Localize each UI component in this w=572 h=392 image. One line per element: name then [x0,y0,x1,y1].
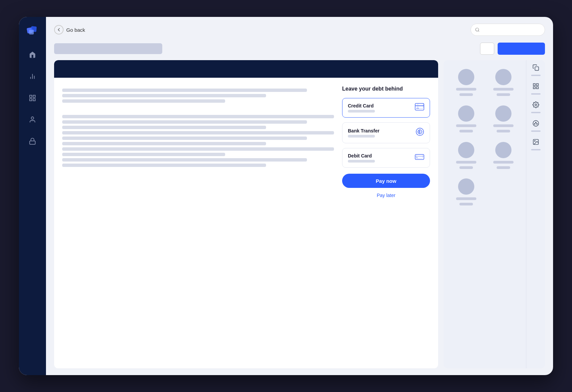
payment-title: Leave your debt behind [342,86,430,92]
grid-cell [485,137,522,174]
breadcrumb-bar [54,43,162,54]
content-row: Leave your debt behind Credit Card [54,60,545,368]
sidebar-logo [26,24,39,39]
avatar-sub-line [459,93,473,96]
image-icon-btn[interactable] [531,139,541,150]
search-bar[interactable] [471,24,545,36]
skeleton-line [62,164,266,167]
main-card-header [54,60,438,78]
avatar-sub-line [497,130,510,132]
right-sidebar-icons [526,60,545,368]
settings-icon [532,101,539,110]
svg-rect-17 [415,105,424,106]
svg-point-34 [535,122,536,123]
sidebar-item-security[interactable] [27,136,38,147]
svg-point-10 [31,117,33,119]
bank-transfer-sub [348,135,375,138]
credit-card-left: Credit Card [348,103,375,113]
credit-card-option[interactable]: Credit Card [342,98,430,118]
svg-rect-8 [30,99,32,101]
sidebar-item-dashboard[interactable] [27,93,38,103]
search-input[interactable] [482,27,541,32]
debit-card-option[interactable]: Debit Card [342,148,430,168]
avatar [458,69,474,85]
avatar-name-line [456,124,476,127]
palette-icon [532,120,539,128]
skeleton-line [62,94,266,97]
avatar-name-line [493,161,514,164]
skeleton-line [62,89,307,92]
skeleton-line [62,137,307,140]
payment-panel: Leave your debt behind Credit Card [342,86,430,352]
pay-later-link[interactable]: Pay later [342,193,430,198]
sidebar-item-analytics[interactable] [27,71,38,82]
svg-rect-14 [415,103,424,110]
svg-rect-24 [416,157,418,158]
svg-text:$: $ [419,130,421,134]
grid-cell [485,64,522,101]
grid-cell [448,137,485,174]
image-icon [532,139,539,147]
avatar-sub-line [497,166,510,169]
sidebar-item-home[interactable] [27,49,38,60]
sidebar-item-users[interactable] [27,114,38,125]
debit-card-icon [415,153,424,163]
svg-rect-9 [33,99,35,101]
avatar-name-line [493,124,514,127]
right-panel [444,60,545,368]
go-back-button[interactable]: Go back [54,25,85,34]
avatar [458,105,474,122]
settings-icon-btn[interactable] [531,101,541,113]
svg-rect-26 [535,67,539,71]
skeleton-line [62,126,266,129]
avatar-name-line [493,88,514,91]
primary-action-button[interactable] [498,43,545,55]
pay-now-button[interactable]: Pay now [342,174,430,188]
debit-card-sub [348,160,375,163]
grid-cell [448,101,485,137]
credit-card-label: Credit Card [348,103,375,108]
avatar [495,105,511,122]
toolbar-buttons [480,43,545,55]
svg-point-32 [533,121,539,126]
copy-icon-btn[interactable] [531,64,541,76]
skeleton-line [62,120,307,124]
secondary-action-button[interactable] [480,43,494,55]
svg-rect-29 [533,87,535,89]
avatar-sub-line [459,166,473,169]
grid-cell [485,101,522,137]
svg-rect-7 [33,95,35,97]
svg-rect-11 [30,141,35,144]
avatar-sub-line [459,130,473,132]
svg-point-37 [534,141,535,142]
bank-transfer-icon: $ [415,127,424,138]
svg-line-13 [478,31,479,32]
avatar-sub-line [497,93,510,96]
bank-transfer-left: Bank Transfer [348,128,379,138]
palette-icon-btn[interactable] [531,120,541,132]
svg-point-31 [535,104,537,106]
grid-cell [448,174,485,210]
grid-cell [448,64,485,101]
svg-point-12 [476,28,479,31]
left-content-area [62,86,334,352]
skeleton-line [62,115,334,118]
main-card-body: Leave your debt behind Credit Card [54,78,438,360]
svg-rect-30 [536,87,538,89]
go-back-icon [54,25,64,34]
search-icon [475,27,480,32]
copy-icon [532,64,539,73]
skeleton-line [62,142,266,145]
svg-point-35 [537,123,538,124]
avatar-name-line [456,88,476,91]
skeleton-line [62,99,225,103]
sidebar [19,17,46,375]
grid-icon-btn[interactable] [531,83,541,95]
svg-rect-27 [533,84,535,86]
skeleton-line [62,158,307,162]
svg-rect-28 [536,84,538,86]
avatar [495,69,511,85]
main-area: Go back [46,17,553,375]
bank-transfer-option[interactable]: Bank Transfer $ [342,122,430,143]
debit-card-label: Debit Card [348,153,375,158]
